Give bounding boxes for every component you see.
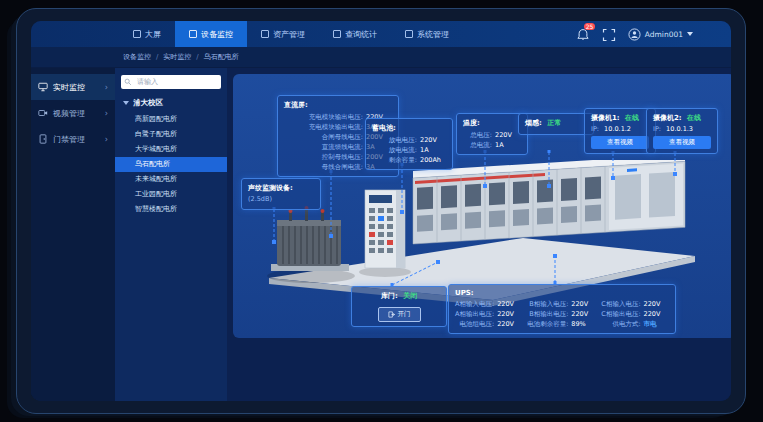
ups-col-c: C相输入电压: 220V C相输出电压: 220V 供电方式: 市电 (601, 299, 665, 329)
nav-tab[interactable]: 大屏 (119, 21, 175, 47)
metric-label: C相输入电压: (601, 299, 640, 309)
battery-panel: 蓄电池: 放电电压: 220V 放电电流: 1A 剩余容量: 20 (365, 118, 453, 170)
metric-value: 89% (571, 319, 593, 329)
metric-label: 电池剩余容量: (527, 319, 568, 329)
chevron-right-icon: › (105, 135, 108, 144)
metric-value: 市电 (644, 319, 666, 329)
metric-row: 放电电压: 220V (372, 135, 446, 145)
tree-search-input[interactable] (135, 77, 209, 87)
chevron-right-icon: › (105, 109, 108, 118)
metric-label: 电池组电压: (455, 319, 494, 329)
dashboard-screen: 大屏 设备监控 资产管理 查询统计 (31, 21, 731, 401)
metric-label: 充电模块输出电流: (284, 122, 363, 132)
panel-title: 摄像机2: (653, 114, 682, 122)
body-row: 实时监控 › 视频管理 › 门禁管理 › (31, 68, 731, 401)
panel-title: UPS: (455, 289, 669, 297)
metric-row: A相输入电压: 220V (455, 299, 519, 309)
metric-label: 总电压: (463, 130, 492, 140)
switchgear-row (413, 160, 685, 244)
nav-tab[interactable]: 查询统计 (319, 21, 391, 47)
battery-rows: 放电电压: 220V 放电电流: 1A 剩余容量: 200Ah (372, 135, 446, 165)
metric-row: A相输出电压: 220V (455, 309, 519, 319)
sidebar-item-video-management[interactable]: 视频管理 › (31, 100, 115, 126)
search-icon (124, 78, 132, 86)
main-content: 直流屏: 充电模块输出电压: 220V 充电模块输出电流: 3A 合闸母线电压: (227, 68, 731, 401)
metric-label: 合闸母线电压: (284, 132, 363, 142)
metric-value: 200Ah (420, 155, 446, 165)
metric-row: 总电压: 220V (463, 130, 521, 140)
camera2-status: 在线 (687, 114, 701, 122)
tree-item-substation[interactable]: 高新园配电所 (121, 112, 221, 127)
panel-title: 声纹监测设备: (248, 183, 314, 193)
view-video-button[interactable]: 查看视频 (653, 136, 711, 149)
monitor-icon (38, 82, 48, 92)
smoke-detector-panel: 烟感: 正常 (518, 113, 594, 135)
metric-label: 母线合闸电流: (284, 162, 363, 172)
breadcrumb: 设备监控实时监控乌石配电所 (31, 47, 731, 68)
ip-label: IP: (591, 125, 599, 133)
sidebar-item-label: 门禁管理 (53, 134, 100, 145)
tree-item-substation[interactable]: 乌石配电所 (115, 157, 227, 172)
video-camera-icon (38, 108, 48, 118)
metric-label: B相输出电压: (527, 309, 568, 319)
sidebar-item-access-control[interactable]: 门禁管理 › (31, 126, 115, 152)
metric-label: 剩余容量: (372, 155, 417, 165)
camera2-panel: 摄像机2: 在线 IP: 10.0.1.3 查看视频 (646, 108, 718, 154)
user-menu[interactable]: Admin001 (628, 28, 693, 41)
tree-item-substation[interactable]: 白鹭子配电所 (121, 127, 221, 142)
open-door-label: 开门 (398, 310, 411, 319)
metric-row: 供电方式: 市电 (601, 319, 665, 329)
tree-item-substation[interactable]: 智慧楼配电所 (121, 202, 221, 217)
tree-item-substation[interactable]: 工业园配电所 (121, 187, 221, 202)
metric-row: 剩余容量: 200Ah (372, 155, 446, 165)
sidebar-item-label: 视频管理 (53, 108, 100, 119)
alarm-bell-button[interactable]: 25 (576, 27, 590, 41)
metric-label: 放电电流: (372, 145, 417, 155)
camera2-ip: 10.0.1.3 (666, 125, 693, 133)
panel-title: 摄像机1: (591, 114, 620, 122)
chevron-down-icon (687, 32, 693, 36)
breadcrumb-item[interactable]: 乌石配电所 (191, 52, 238, 62)
camera1-status: 在线 (625, 114, 639, 122)
alarm-count-badge: 25 (584, 23, 596, 30)
tree-collapse-icon (123, 101, 129, 105)
nav-tab-label: 设备监控 (201, 29, 233, 40)
breadcrumb-item[interactable]: 设备监控 (123, 52, 151, 62)
fullscreen-icon[interactable] (602, 27, 616, 41)
nav-tab[interactable]: 资产管理 (247, 21, 319, 47)
nav-tab-label: 大屏 (145, 29, 161, 40)
metric-label: 控制母线电压: (284, 152, 363, 162)
dc-charging-cabinet (365, 190, 405, 268)
nav-tab[interactable]: 设备监控 (175, 21, 247, 47)
view-video-button[interactable]: 查看视频 (591, 136, 649, 149)
acoustic-value: (2.5dB) (248, 195, 314, 203)
sidebar-item-realtime-monitor[interactable]: 实时监控 › (31, 74, 115, 100)
metric-label: A相输出电压: (455, 309, 494, 319)
open-door-icon (388, 311, 395, 318)
open-door-button[interactable]: 开门 (378, 307, 421, 322)
main-nav-tabs: 大屏 设备监控 资产管理 查询统计 (119, 21, 463, 47)
username: Admin001 (645, 30, 683, 39)
ip-label: IP: (653, 125, 661, 133)
metric-label: A相输入电压: (455, 299, 494, 309)
metric-value: 1A (495, 140, 521, 150)
warehouse-door-panel: 库门: 关闭 开门 (351, 286, 447, 327)
left-sidebar: 实时监控 › 视频管理 › 门禁管理 › (31, 68, 115, 401)
breadcrumb-item[interactable]: 实时监控 (151, 52, 191, 62)
metric-label: 直流馈线电流: (284, 142, 363, 152)
metric-row: B相输入电压: 220V (527, 299, 593, 309)
tree-item-substation[interactable]: 大学城配电所 (121, 142, 221, 157)
chevron-right-icon: › (105, 83, 108, 92)
tree-item-list: 高新园配电所 白鹭子配电所 大学城配电所 乌石配电所 未来城配电所 工业园配电所… (121, 112, 221, 217)
metric-value: 220V (497, 299, 519, 309)
nav-tab-icon (189, 30, 197, 38)
tree-item-substation[interactable]: 未来城配电所 (121, 172, 221, 187)
tree-search (121, 75, 221, 89)
metric-value: 220V (644, 309, 666, 319)
metric-value: 220V (571, 299, 593, 309)
nav-tab-label: 资产管理 (273, 29, 305, 40)
metric-row: B相输出电压: 220V (527, 309, 593, 319)
metric-value: 220V (571, 309, 593, 319)
tree-group-campus[interactable]: 浦大校区 (123, 98, 221, 108)
nav-tab[interactable]: 系统管理 (391, 21, 463, 47)
